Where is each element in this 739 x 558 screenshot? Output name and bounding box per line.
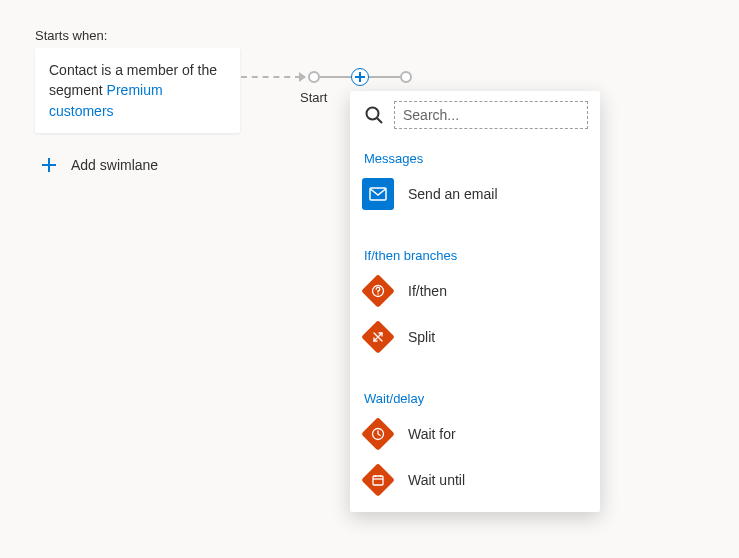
action-label: If/then: [408, 283, 447, 299]
action-picker-popup: Messages Send an email If/then branches …: [350, 91, 600, 512]
action-wait-for[interactable]: Wait for: [362, 416, 582, 452]
category-branches: If/then branches: [364, 248, 582, 263]
email-icon: [362, 178, 394, 210]
starts-when-label: Starts when:: [35, 28, 107, 43]
question-icon: [362, 275, 394, 307]
search-input[interactable]: [394, 101, 588, 129]
plus-icon: [41, 157, 57, 173]
start-node[interactable]: [308, 71, 320, 83]
add-step-button[interactable]: [351, 68, 369, 86]
calendar-icon: [362, 464, 394, 496]
svg-point-0: [367, 108, 379, 120]
svg-line-1: [377, 118, 382, 123]
add-swimlane-label: Add swimlane: [71, 157, 158, 173]
connector-arrowhead: [299, 72, 306, 82]
split-icon: [362, 321, 394, 353]
action-label: Send an email: [408, 186, 498, 202]
clock-icon: [362, 418, 394, 450]
action-label: Wait for: [408, 426, 456, 442]
action-label: Split: [408, 329, 435, 345]
category-messages: Messages: [364, 151, 582, 166]
svg-point-4: [377, 293, 378, 294]
action-if-then[interactable]: If/then: [362, 273, 582, 309]
connector-dashed: [241, 76, 301, 78]
svg-rect-6: [373, 476, 383, 485]
search-icon: [362, 103, 386, 127]
action-label: Wait until: [408, 472, 465, 488]
action-wait-until[interactable]: Wait until: [362, 462, 582, 498]
plus-icon: [355, 72, 365, 82]
search-row: [362, 101, 588, 129]
add-swimlane-button[interactable]: Add swimlane: [41, 157, 158, 173]
action-list-scroll[interactable]: Messages Send an email If/then branches …: [362, 143, 588, 505]
action-send-email[interactable]: Send an email: [362, 176, 582, 212]
trigger-card[interactable]: Contact is a member of the segment Premi…: [35, 48, 240, 133]
action-split[interactable]: Split: [362, 319, 582, 355]
journey-canvas: Starts when: Contact is a member of the …: [0, 0, 739, 558]
end-node[interactable]: [400, 71, 412, 83]
start-label: Start: [300, 90, 327, 105]
category-wait: Wait/delay: [364, 391, 582, 406]
